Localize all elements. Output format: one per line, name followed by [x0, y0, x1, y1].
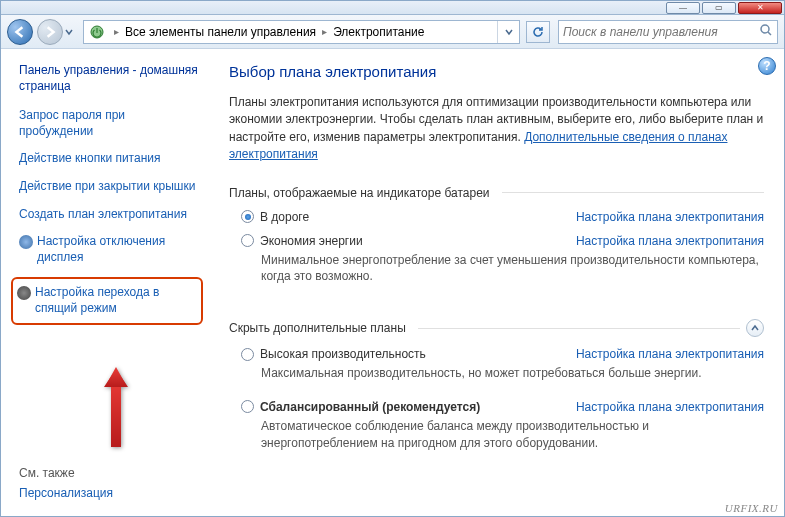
shield-icon — [17, 286, 31, 300]
plan-radio-power-saver[interactable]: Экономия энергии — [241, 234, 363, 248]
annotation-arrow — [99, 367, 133, 451]
section-shown-plans: Планы, отображаемые на индикаторе батаре… — [229, 186, 764, 200]
address-dropdown-button[interactable] — [497, 21, 519, 43]
content-area: Панель управления - домашняя страница За… — [1, 49, 784, 516]
search-icon — [759, 23, 773, 41]
sidebar-item-label: Настройка отключения дисплея — [37, 234, 199, 265]
history-dropdown-icon[interactable] — [65, 27, 73, 37]
shield-icon — [19, 235, 33, 249]
forward-arrow-icon — [44, 26, 56, 38]
plan-settings-link[interactable]: Настройка плана электропитания — [576, 234, 764, 248]
svg-point-1 — [761, 25, 769, 33]
sidebar-item-label: Создать план электропитания — [19, 207, 187, 223]
close-button[interactable]: ✕ — [738, 2, 782, 14]
plan-name-label: Высокая производительность — [260, 347, 426, 361]
watermark: URFIX.RU — [725, 502, 778, 514]
svg-rect-2 — [111, 383, 121, 447]
help-button[interactable]: ? — [758, 57, 776, 75]
plan-description: Автоматическое соблюдение баланса между … — [241, 414, 764, 460]
sidebar-item-label: Настройка перехода в спящий режим — [35, 285, 193, 316]
sidebar-item-label: Запрос пароля при пробуждении — [19, 108, 199, 139]
forward-button[interactable] — [37, 19, 63, 45]
sidebar-item-power-button[interactable]: Действие кнопки питания — [19, 151, 199, 167]
plan-settings-link[interactable]: Настройка плана электропитания — [576, 347, 764, 361]
navbar: ▸ Все элементы панели управления ▸ Элект… — [1, 15, 784, 49]
page-title: Выбор плана электропитания — [229, 63, 764, 80]
power-options-icon — [87, 22, 107, 42]
plan-radio-balanced[interactable]: Сбалансированный (рекомендуется) — [241, 400, 480, 414]
plan-radio-on-the-go[interactable]: В дороге — [241, 210, 309, 224]
plan-description: Максимальная производительность, но може… — [241, 361, 764, 390]
plan-name-label: В дороге — [260, 210, 309, 224]
plan-power-saver: Экономия энергии Настройка плана электро… — [229, 228, 764, 298]
plan-high-performance: Высокая производительность Настройка пла… — [229, 341, 764, 394]
see-also-section: См. также Персонализация — [19, 458, 199, 506]
see-also-personalization[interactable]: Персонализация — [19, 486, 199, 502]
plan-name-label: Экономия энергии — [260, 234, 363, 248]
section-hidden-plans: Скрыть дополнительные планы — [229, 319, 764, 337]
radio-icon — [241, 348, 254, 361]
sidebar-item-create-plan[interactable]: Создать план электропитания — [19, 207, 199, 223]
radio-icon — [241, 400, 254, 413]
divider — [502, 192, 764, 193]
see-also-label: См. также — [19, 466, 199, 480]
chevron-up-icon — [751, 324, 759, 332]
help-icon: ? — [763, 59, 770, 73]
maximize-icon: ▭ — [715, 3, 723, 12]
section-label: Планы, отображаемые на индикаторе батаре… — [229, 186, 490, 200]
maximize-button[interactable]: ▭ — [702, 2, 736, 14]
control-panel-home-link[interactable]: Панель управления - домашняя страница — [19, 63, 199, 94]
plan-name-label: Сбалансированный (рекомендуется) — [260, 400, 480, 414]
collapse-button[interactable] — [746, 319, 764, 337]
plan-balanced: Сбалансированный (рекомендуется) Настрой… — [229, 394, 764, 464]
breadcrumb-separator: ▸ — [110, 26, 123, 37]
sidebar-item-lid-close[interactable]: Действие при закрытии крышки — [19, 179, 199, 195]
sidebar-item-sleep-settings[interactable]: Настройка перехода в спящий режим — [11, 277, 203, 324]
radio-icon — [241, 234, 254, 247]
section-label: Скрыть дополнительные планы — [229, 321, 406, 335]
divider — [418, 328, 740, 329]
plan-settings-link[interactable]: Настройка плана электропитания — [576, 210, 764, 224]
refresh-icon — [531, 25, 545, 39]
refresh-button[interactable] — [526, 21, 550, 43]
page-description: Планы электропитания используются для оп… — [229, 94, 764, 164]
close-icon: ✕ — [757, 3, 764, 12]
sidebar-item-display-off[interactable]: Настройка отключения дисплея — [19, 234, 199, 265]
breadcrumb-separator: ▸ — [318, 26, 331, 37]
sidebar-item-label: Действие кнопки питания — [19, 151, 161, 167]
back-arrow-icon — [14, 26, 26, 38]
plan-description: Минимальное энергопотребление за счет ум… — [241, 248, 764, 294]
sidebar-item-label: Персонализация — [19, 486, 113, 502]
back-button[interactable] — [7, 19, 33, 45]
search-input[interactable] — [563, 25, 759, 39]
plan-settings-link[interactable]: Настройка плана электропитания — [576, 400, 764, 414]
minimize-button[interactable]: — — [666, 2, 700, 14]
plan-radio-high-performance[interactable]: Высокая производительность — [241, 347, 426, 361]
plan-on-the-go: В дороге Настройка плана электропитания — [229, 204, 764, 228]
address-bar[interactable]: ▸ Все элементы панели управления ▸ Элект… — [83, 20, 520, 44]
breadcrumb-item-1[interactable]: Все элементы панели управления — [123, 21, 318, 43]
window-frame: — ▭ ✕ ▸ Все элементы панели управления ▸… — [0, 0, 785, 517]
minimize-icon: — — [679, 3, 687, 12]
chevron-down-icon — [505, 28, 513, 36]
breadcrumb-item-2[interactable]: Электропитание — [331, 21, 426, 43]
sidebar-item-label: Действие при закрытии крышки — [19, 179, 195, 195]
main-panel: ? Выбор плана электропитания Планы элект… — [209, 49, 784, 516]
sidebar-item-password-on-wake[interactable]: Запрос пароля при пробуждении — [19, 108, 199, 139]
titlebar: — ▭ ✕ — [1, 1, 784, 15]
search-box[interactable] — [558, 20, 778, 44]
radio-icon — [241, 210, 254, 223]
